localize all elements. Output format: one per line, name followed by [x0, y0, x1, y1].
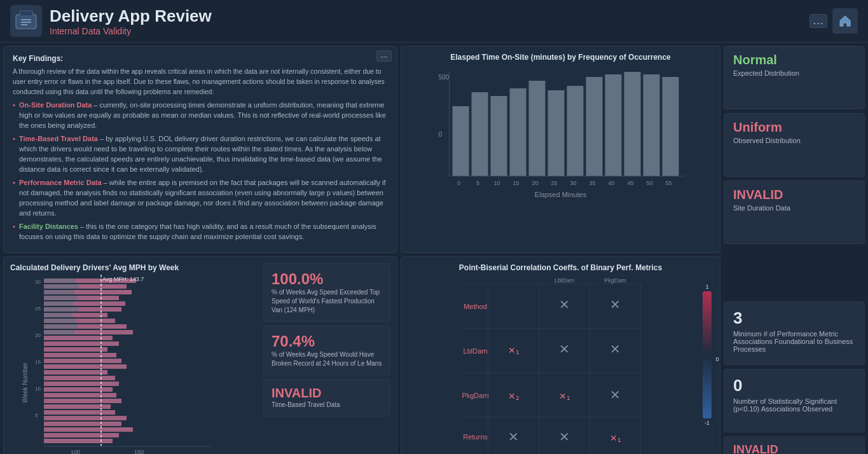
svg-text:Avg MPH: 143.7: Avg MPH: 143.7 — [102, 276, 144, 282]
status-normal-desc: Expected Distribution — [733, 69, 855, 77]
stat-100-desc: % of Weeks Avg Speed Exceeded Top Speed … — [272, 288, 382, 315]
svg-text:PkgDam: PkgDam — [462, 392, 488, 399]
svg-rect-62 — [44, 399, 121, 403]
stat-box-70: 70.4% % of Weeks Avg Speed Would Have Br… — [263, 326, 390, 375]
key-findings-intro: A thorough review of the data within the… — [13, 67, 388, 97]
list-item: Performance Metric Data – while the enti… — [13, 178, 388, 219]
svg-rect-51 — [44, 336, 113, 340]
svg-text:10: 10 — [493, 180, 500, 186]
status-card-3: 3 Minimum # of Performance Metric Associ… — [724, 301, 865, 365]
svg-text:5: 5 — [476, 180, 479, 186]
svg-text:Method: Method — [464, 303, 487, 310]
status-card-0: 0 Number of Statistically Significant (p… — [724, 369, 865, 432]
legend-bar — [703, 291, 712, 418]
legend-zero: 0 — [715, 356, 719, 362]
findings-menu-button[interactable]: ··· — [376, 50, 392, 62]
mph-chart-area: Calculated Delivery Drivers' Avg MPH by … — [10, 263, 258, 454]
stat-100-value: 100.0% — [272, 270, 382, 288]
svg-text:PkgDam: PkgDam — [604, 277, 626, 284]
stat-box-100: 100.0% % of Weeks Avg Speed Exceeded Top… — [263, 263, 390, 322]
svg-text:15: 15 — [35, 359, 41, 365]
header: Delivery App Review Internal Data Validi… — [0, 0, 868, 43]
svg-rect-75 — [44, 307, 78, 312]
stat-box-invalid-travel: INVALID Time-Based Travel Data — [263, 379, 390, 416]
svg-text:45: 45 — [627, 180, 633, 186]
svg-rect-76 — [44, 313, 72, 317]
svg-rect-16 — [624, 72, 641, 176]
status-uniform-label: Uniform — [733, 120, 855, 135]
svg-rect-65 — [44, 416, 127, 420]
status-card-uniform: Uniform Observed Distribution — [724, 113, 865, 177]
svg-text:✕₂: ✕₂ — [508, 391, 520, 401]
status-card-normal: Normal Expected Distribution — [724, 46, 865, 109]
svg-text:25: 25 — [551, 180, 557, 186]
status-normal-label: Normal — [733, 53, 855, 67]
stat-boxes: 100.0% % of Weeks Avg Speed Exceeded Top… — [263, 263, 390, 454]
key-findings-heading: Key Findings: — [13, 54, 388, 63]
svg-rect-57 — [44, 370, 107, 375]
status-invalid-site-label: INVALID — [733, 188, 855, 202]
correlation-matrix: Method LblDam PkgDam Returns ✕ ✕ ✕₁ — [408, 277, 696, 454]
svg-rect-78 — [44, 324, 78, 329]
correlation-chart-panel: Point-Biserial Correlation Coeffs. of Bi… — [401, 256, 720, 454]
home-icon[interactable] — [832, 8, 858, 34]
svg-rect-14 — [586, 77, 603, 176]
svg-rect-11 — [529, 81, 546, 176]
svg-rect-9 — [491, 96, 507, 176]
list-item: Time-Based Travel Data – by applying U.S… — [13, 134, 388, 175]
status-card-invalid-perf: INVALID Performance Metric Data — [724, 436, 865, 454]
svg-rect-77 — [44, 319, 76, 323]
svg-text:10: 10 — [35, 386, 41, 392]
svg-text:✕: ✕ — [610, 342, 621, 356]
status-card-invalid-site: INVALID Site Duration Data — [724, 181, 865, 244]
svg-text:✕₁: ✕₁ — [508, 345, 520, 355]
svg-rect-64 — [44, 410, 115, 415]
app-icon — [10, 5, 42, 37]
svg-rect-12 — [548, 90, 565, 176]
svg-rect-66 — [44, 422, 121, 426]
menu-button[interactable]: ... — [809, 14, 827, 28]
svg-rect-67 — [44, 427, 133, 432]
svg-text:25: 25 — [35, 306, 41, 312]
header-title-block: Delivery App Review Internal Data Validi… — [50, 6, 212, 36]
svg-rect-18 — [663, 77, 679, 176]
svg-text:✕: ✕ — [559, 298, 570, 312]
svg-text:0: 0 — [439, 131, 443, 138]
svg-text:500: 500 — [439, 74, 450, 81]
status-invalid-perf-label: INVALID — [733, 443, 855, 454]
svg-text:40: 40 — [608, 180, 614, 186]
stat-70-value: 70.4% — [272, 333, 382, 350]
key-findings-list: On-Site Duration Data – currently, on-si… — [13, 100, 388, 242]
svg-text:✕: ✕ — [559, 342, 570, 356]
svg-rect-69 — [44, 439, 113, 443]
svg-text:✕: ✕ — [559, 430, 570, 444]
mph-chart-title: Calculated Delivery Drivers' Avg MPH by … — [10, 263, 258, 272]
svg-rect-56 — [44, 364, 127, 369]
highlight-on-site: On-Site Duration Data — [19, 101, 92, 109]
svg-rect-53 — [44, 347, 107, 352]
svg-rect-13 — [567, 86, 584, 176]
svg-rect-0 — [16, 15, 36, 29]
highlight-travel: Time-Based Travel Data — [19, 135, 98, 142]
svg-text:55: 55 — [665, 180, 672, 186]
svg-rect-70 — [44, 279, 76, 283]
svg-text:30: 30 — [570, 180, 576, 186]
svg-rect-55 — [44, 359, 121, 363]
stat-0-label: 0 — [733, 376, 855, 396]
elapsed-bar-chart-svg: 500 0 0 5 10 15 20 25 30 35 40 45 — [408, 67, 713, 207]
list-item: Facility Distances – this is the one cat… — [13, 222, 388, 242]
svg-text:100: 100 — [71, 449, 80, 454]
status-uniform-desc: Observed Distribution — [733, 137, 855, 144]
correlation-legend: 1 -1 0 — [701, 277, 713, 454]
svg-rect-79 — [44, 330, 74, 334]
stat-invalid-travel-desc: Time-Based Travel Data — [272, 401, 382, 409]
svg-text:20: 20 — [35, 333, 41, 338]
svg-text:20: 20 — [532, 180, 538, 186]
page-title: Delivery App Review — [50, 6, 212, 26]
svg-rect-71 — [44, 284, 79, 289]
svg-rect-7 — [453, 106, 469, 176]
mph-bar-chart-svg: Week Number 30 25 20 15 10 5 — [10, 275, 258, 454]
svg-text:✕₁: ✕₁ — [559, 391, 570, 401]
svg-text:50: 50 — [646, 180, 652, 186]
svg-rect-17 — [644, 74, 660, 176]
